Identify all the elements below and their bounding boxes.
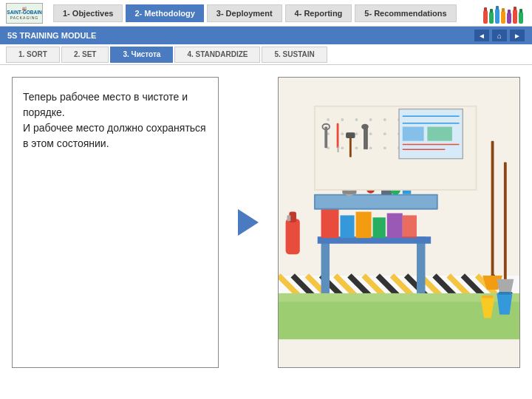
svg-point-57 xyxy=(355,118,358,121)
svg-rect-10 xyxy=(513,10,517,24)
tab-sustain[interactable]: 5. SUSTAIN xyxy=(262,47,327,63)
tab-methodology[interactable]: 2- Methodology xyxy=(126,4,203,22)
svg-point-97 xyxy=(361,124,369,130)
svg-rect-7 xyxy=(502,8,505,12)
tab-shine[interactable]: 3. Чистота xyxy=(110,47,173,63)
training-bar-title: 5S TRAINING MODULE xyxy=(7,31,96,40)
tab-objectives[interactable]: 1- Objectives xyxy=(53,4,123,22)
tab-deployment[interactable]: 3- Deployment xyxy=(207,4,282,22)
logo-sub: PACKAGING xyxy=(10,16,38,20)
svg-rect-2 xyxy=(489,12,494,24)
svg-rect-100 xyxy=(287,215,291,221)
svg-point-75 xyxy=(355,146,358,149)
svg-rect-37 xyxy=(417,236,426,293)
svg-rect-5 xyxy=(496,6,499,10)
svg-point-67 xyxy=(369,132,372,135)
logo: 🏭 SAINT-GOBAIN PACKAGING xyxy=(6,3,43,24)
svg-point-65 xyxy=(341,132,344,135)
tab-set[interactable]: 2. SET xyxy=(61,47,109,63)
svg-rect-85 xyxy=(403,127,424,141)
svg-rect-102 xyxy=(504,163,507,283)
workbench-image xyxy=(278,77,520,368)
svg-rect-98 xyxy=(286,219,300,254)
svg-rect-0 xyxy=(483,10,488,24)
next-button[interactable]: ► xyxy=(510,30,525,41)
svg-point-68 xyxy=(383,132,386,135)
svg-rect-4 xyxy=(495,9,499,24)
svg-rect-8 xyxy=(507,13,511,24)
svg-rect-92 xyxy=(338,146,339,152)
svg-rect-12 xyxy=(519,12,523,24)
svg-rect-103 xyxy=(482,296,493,299)
svg-point-77 xyxy=(383,146,386,149)
home-button[interactable]: ⌂ xyxy=(492,30,507,41)
svg-rect-13 xyxy=(519,9,522,13)
svg-point-56 xyxy=(341,118,344,121)
logo-area: 🏭 SAINT-GOBAIN PACKAGING xyxy=(6,3,43,24)
svg-point-66 xyxy=(355,132,358,135)
tab-reporting[interactable]: 4- Reporting xyxy=(285,4,352,22)
prev-button[interactable]: ◄ xyxy=(474,30,489,41)
tab-sort[interactable]: 1. SORT xyxy=(6,47,60,63)
svg-rect-94 xyxy=(346,132,355,138)
svg-rect-42 xyxy=(373,217,386,238)
training-bar-controls: ◄ ⌂ ► xyxy=(474,30,525,41)
svg-rect-46 xyxy=(316,196,437,208)
svg-point-76 xyxy=(369,146,372,149)
svg-rect-93 xyxy=(349,137,352,157)
header: 🏭 SAINT-GOBAIN PACKAGING 1- Objectives 2… xyxy=(0,0,532,27)
nav-tabs: 1- Objectives 2- Methodology 3- Deployme… xyxy=(53,0,526,26)
main-content: Теперь рабочее место в чистоте и порядке… xyxy=(0,65,532,375)
svg-rect-39 xyxy=(321,208,339,238)
bottles-decoration xyxy=(482,3,526,25)
svg-rect-41 xyxy=(356,212,372,238)
svg-rect-86 xyxy=(427,127,452,141)
sub-tabs: 1. SORT 2. SET 3. Чистота 4. STANDARDIZE… xyxy=(0,44,532,65)
svg-rect-36 xyxy=(321,236,330,293)
svg-rect-6 xyxy=(501,11,505,24)
svg-rect-95 xyxy=(364,127,366,150)
svg-rect-11 xyxy=(514,7,516,10)
svg-rect-44 xyxy=(403,215,417,238)
svg-rect-1 xyxy=(484,7,487,11)
svg-rect-43 xyxy=(387,214,403,239)
svg-rect-3 xyxy=(490,9,493,13)
svg-rect-104 xyxy=(498,292,511,295)
svg-point-58 xyxy=(369,118,372,121)
main-text: Теперь рабочее место в чистоте и порядке… xyxy=(23,89,208,151)
tab-standardize[interactable]: 4. STANDARDIZE xyxy=(174,47,260,63)
svg-point-74 xyxy=(341,146,344,149)
svg-point-55 xyxy=(327,118,330,121)
svg-rect-9 xyxy=(508,10,511,13)
svg-point-59 xyxy=(383,118,386,121)
svg-rect-91 xyxy=(337,123,339,149)
svg-rect-40 xyxy=(340,215,354,238)
tab-recommendations[interactable]: 5- Recommendations xyxy=(355,4,456,22)
training-bar: 5S TRAINING MODULE ◄ ⌂ ► xyxy=(0,27,532,44)
svg-rect-101 xyxy=(491,141,494,283)
svg-rect-96 xyxy=(366,127,368,150)
text-box: Теперь рабочее место в чистоте и порядке… xyxy=(12,77,219,368)
arrow-area xyxy=(233,77,263,368)
right-arrow xyxy=(238,209,259,236)
